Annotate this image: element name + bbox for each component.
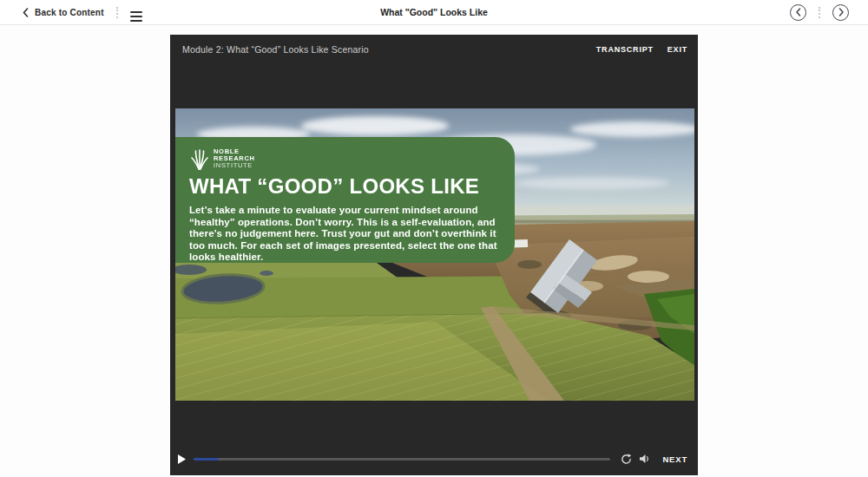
player-header: Module 2: What “Good” Looks Like Scenari… — [170, 35, 698, 64]
back-to-content-button[interactable]: Back to Content — [23, 8, 104, 17]
seekbar[interactable] — [194, 458, 610, 461]
next-button[interactable]: NEXT — [662, 454, 687, 464]
top-navbar: Back to Content What "Good" Looks Like — [0, 0, 868, 25]
logo-line-3: INSTITUTE — [214, 162, 255, 169]
next-lesson-button[interactable] — [832, 4, 849, 21]
volume-button[interactable] — [640, 454, 651, 464]
play-icon — [177, 454, 187, 465]
previous-lesson-button[interactable] — [790, 4, 806, 21]
volume-icon — [640, 454, 651, 464]
topbar-left-group: Back to Content — [0, 3, 142, 22]
video-slide[interactable]: NOBLE RESEARCH INSTITUTE WHAT “GOOD” LOO… — [175, 108, 694, 401]
transcript-button[interactable]: TRANSCRIPT — [596, 45, 654, 54]
intro-card: NOBLE RESEARCH INSTITUTE WHAT “GOOD” LOO… — [175, 137, 515, 263]
back-to-content-label: Back to Content — [35, 8, 104, 17]
player-controls: NEXT — [177, 451, 687, 467]
chevron-right-icon — [838, 8, 845, 16]
exit-button[interactable]: EXIT — [667, 45, 687, 54]
chevron-left-icon — [795, 8, 802, 16]
topbar-right-group — [790, 4, 868, 21]
page: Back to Content What "Good" Looks Like — [0, 0, 868, 477]
module-title: Module 2: What “Good” Looks Like Scenari… — [182, 44, 369, 55]
chevron-left-icon — [23, 8, 29, 17]
play-button[interactable] — [177, 454, 187, 465]
replay-button[interactable] — [621, 454, 632, 465]
noble-research-institute-logo: NOBLE RESEARCH INSTITUTE — [189, 147, 499, 170]
progress-fill — [194, 458, 219, 461]
dotted-divider — [819, 7, 820, 18]
slide-body: Let’s take a minute to evaluate your cur… — [189, 205, 503, 264]
slide-heading: WHAT “GOOD” LOOKS LIKE — [189, 174, 499, 199]
grass-icon — [189, 147, 210, 170]
course-player: Module 2: What “Good” Looks Like Scenari… — [170, 35, 698, 475]
hamburger-icon — [130, 11, 142, 22]
replay-icon — [621, 454, 632, 465]
dotted-divider — [116, 7, 118, 18]
menu-button[interactable] — [130, 3, 142, 22]
